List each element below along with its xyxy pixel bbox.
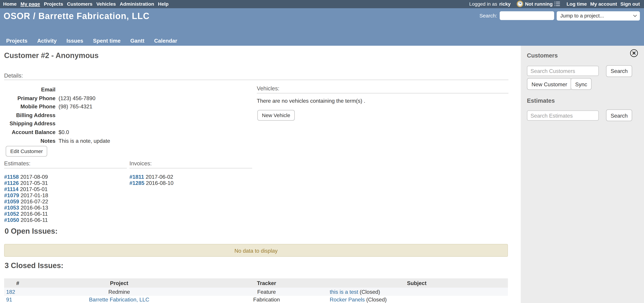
issues-col-header-project: Project — [31, 278, 208, 288]
username-link[interactable]: ricky — [499, 1, 511, 7]
estimate-link[interactable]: #1158 — [4, 174, 19, 180]
issue-id-link[interactable]: 91 — [6, 296, 12, 303]
invoice-link[interactable]: #1811 — [130, 174, 144, 180]
detail-row-primary-phone: Primary Phone(123) 456-7890 — [4, 94, 250, 102]
detail-value: $0.0 — [58, 128, 69, 136]
estimate-date: 2017-01-18 — [20, 192, 48, 198]
estimate-link[interactable]: #1053 — [4, 204, 19, 210]
estimate-date: 2017-05-31 — [20, 180, 48, 186]
topbar-action-sign-out[interactable]: Sign out — [620, 1, 640, 7]
close-icon[interactable]: ✕ — [630, 49, 638, 57]
detail-label: Billing Address — [4, 111, 56, 119]
detail-row-account-balance: Account Balance$0.0 — [4, 128, 250, 136]
topbar-item-administration[interactable]: Administration — [120, 1, 154, 7]
issue-tracker-cell: Feature — [208, 288, 326, 296]
tab-projects[interactable]: Projects — [6, 38, 28, 44]
new-vehicle-button[interactable]: New Vehicle — [257, 110, 295, 120]
estimates-list: #1158 2017-08-09#1126 2017-05-31#1114 20… — [4, 174, 48, 223]
estimate-date: 2016-07-22 — [20, 198, 48, 204]
customer-details: EmailPrimary Phone(123) 456-7890Mobile P… — [4, 85, 250, 145]
estimate-date: 2016-06-11 — [20, 210, 48, 217]
topbar-action-log-time[interactable]: Log time — [566, 1, 587, 7]
estimate-link[interactable]: #1079 — [4, 192, 19, 198]
detail-label: Mobile Phone — [4, 102, 56, 111]
issues-col-header-subject: Subject — [326, 278, 508, 288]
closed-issues-table: #ProjectTrackerSubject 182RedmineFeature… — [4, 278, 508, 303]
tab-issues[interactable]: Issues — [66, 38, 83, 44]
clock-icon — [517, 1, 524, 7]
issue-row: 91Barrette Fabrication, LLCFabricationRo… — [4, 296, 508, 303]
sync-button[interactable]: Sync — [570, 78, 592, 90]
page-title: Customer #2 - Anonymous — [4, 51, 98, 60]
estimate-link[interactable]: #1126 — [4, 180, 19, 186]
list-icon[interactable] — [554, 1, 560, 7]
estimate-item: #1050 2016-06-11 — [4, 217, 48, 223]
issues-table-body: 182RedmineFeaturethis is a test (Closed)… — [4, 288, 508, 303]
estimate-link[interactable]: #1052 — [4, 210, 19, 217]
topbar-item-help[interactable]: Help — [158, 1, 168, 7]
quick-search: Search: Jump to a project... — [480, 11, 640, 20]
details-heading: Details: — [4, 72, 23, 78]
vehicles-divider — [257, 93, 508, 94]
estimate-date: 2017-05-01 — [20, 186, 48, 192]
topbar-item-projects[interactable]: Projects — [44, 1, 63, 7]
topbar-item-home[interactable]: Home — [3, 1, 16, 7]
tab-calendar[interactable]: Calendar — [154, 38, 177, 44]
issue-status-text: (Closed) — [360, 288, 380, 294]
topbar-item-my-page[interactable]: My page — [20, 1, 40, 7]
issue-subject-cell: Rocker Panels (Closed) — [326, 296, 508, 303]
top-menu-bar: HomeMy pageProjectsCustomersVehiclesAdmi… — [0, 0, 644, 8]
invoice-link[interactable]: #1285 — [130, 180, 144, 186]
vehicles-empty-message: There are no vehicles containing the ter… — [257, 98, 365, 104]
sidebar-estimates-heading: Estimates — [527, 98, 555, 104]
main-content: Customer #2 - Anonymous Details: EmailPr… — [0, 46, 521, 303]
topbar-nav: HomeMy pageProjectsCustomersVehiclesAdmi… — [0, 1, 168, 7]
issue-row: 182RedmineFeaturethis is a test (Closed) — [4, 288, 508, 296]
search-input[interactable] — [500, 11, 554, 20]
detail-row-shipping-address: Shipping Address — [4, 119, 250, 128]
jump-to-project-select[interactable]: Jump to a project... — [557, 11, 640, 20]
issue-project-text: Redmine — [108, 288, 130, 294]
topbar-right: Logged in as ricky Not running — [469, 1, 644, 7]
issue-id-link[interactable]: 182 — [6, 288, 15, 294]
estimate-date: 2017-08-09 — [20, 174, 48, 180]
estimate-link[interactable]: #1059 — [4, 198, 19, 204]
sidebar: ✕ Customers Search New Customer Sync Est… — [521, 46, 644, 303]
issues-table-header-row: #ProjectTrackerSubject — [4, 278, 508, 288]
new-customer-button[interactable]: New Customer — [527, 78, 572, 90]
tab-activity[interactable]: Activity — [37, 38, 57, 44]
edit-customer-button[interactable]: Edit Customer — [6, 146, 48, 156]
invoice-date: 2016-08-10 — [146, 180, 174, 186]
customers-search-button[interactable]: Search — [606, 65, 632, 77]
tab-spent-time[interactable]: Spent time — [93, 38, 120, 44]
issue-subject-link[interactable]: this is a test — [330, 288, 358, 294]
issue-subject-link[interactable]: Rocker Panels — [330, 296, 365, 303]
estimate-item: #1059 2016-07-22 — [4, 198, 48, 204]
issues-col-header-: # — [4, 278, 31, 288]
issue-project-link[interactable]: Barrette Fabrication, LLC — [89, 296, 149, 303]
estimates-search-button[interactable]: Search — [606, 110, 632, 121]
timer-status: Not running — [525, 1, 552, 7]
logged-in-prefix: Logged in as — [469, 1, 497, 7]
search-customers-input[interactable] — [527, 66, 599, 76]
estimates-heading: Estimates: — [4, 160, 30, 166]
detail-label: Shipping Address — [4, 119, 56, 128]
topbar-item-vehicles[interactable]: Vehicles — [96, 1, 116, 7]
estimate-item: #1126 2017-05-31 — [4, 180, 48, 186]
estimate-link[interactable]: #1114 — [4, 186, 18, 192]
main-menu-tabs: ProjectsActivityIssuesSpent timeGanttCal… — [6, 38, 177, 44]
estimate-item: #1052 2016-06-11 — [4, 210, 48, 217]
logged-in-as: Logged in as ricky — [469, 1, 511, 7]
timer-widget: Not running — [517, 1, 560, 7]
invoices-divider — [130, 168, 252, 168]
search-estimates-input[interactable] — [527, 110, 599, 120]
jump-select-value: Jump to a project... — [560, 13, 604, 18]
topbar-action-my-account[interactable]: My account — [590, 1, 617, 7]
tab-gantt[interactable]: Gantt — [130, 38, 144, 44]
topbar-item-customers[interactable]: Customers — [67, 1, 92, 7]
estimate-link[interactable]: #1050 — [4, 217, 19, 223]
app-window: HomeMy pageProjectsCustomersVehiclesAdmi… — [0, 0, 644, 303]
estimate-date: 2016-06-11 — [20, 217, 48, 223]
no-data-banner: No data to display — [4, 244, 508, 257]
detail-row-email: Email — [4, 85, 250, 94]
